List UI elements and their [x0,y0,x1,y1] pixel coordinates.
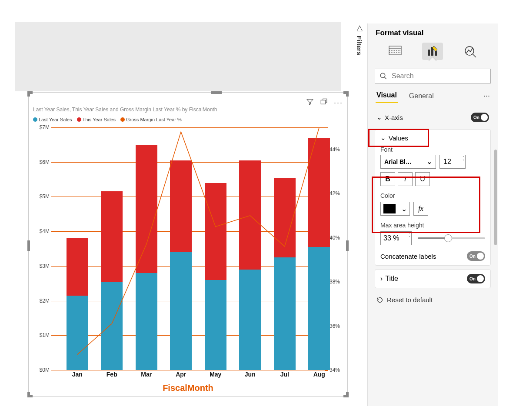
svg-rect-7 [435,51,437,56]
tab-general[interactable]: General [408,90,435,103]
filter-icon[interactable] [306,98,314,108]
svg-rect-5 [428,50,430,56]
chevron-down-icon: ⌄ [380,134,386,142]
color-picker[interactable]: ⌄ [380,202,410,216]
bold-button[interactable]: B [380,172,395,186]
resize-handle[interactable] [27,91,30,97]
build-visual-tab[interactable] [385,43,406,60]
search-icon [380,72,387,80]
svg-point-10 [380,73,385,78]
resize-handle[interactable] [211,91,222,94]
format-visual-tab[interactable] [422,43,443,60]
chevron-down-icon: ⌄ [401,205,407,213]
more-options-icon[interactable]: ··· [483,91,490,100]
analytics-tab[interactable] [460,43,481,60]
title-section-label: Title [385,275,398,283]
canvas-blank-area [15,22,341,91]
svg-rect-0 [321,100,326,104]
chart-legend: Last Year Sales This Year Sales Gross Ma… [33,117,185,123]
resize-handle[interactable] [27,240,30,251]
filters-label: Filters [356,36,363,55]
x-axis-title: FiscalMonth [29,383,347,393]
max-height-input[interactable]: 33 % ˄˅ [380,231,412,245]
reset-to-default[interactable]: Reset to default [368,288,498,311]
concat-toggle[interactable]: On [467,251,485,261]
chevron-right-icon[interactable]: › [380,275,383,283]
bars [51,127,328,370]
focus-mode-icon[interactable] [320,98,328,108]
color-swatch [383,204,396,213]
plot-area: $0M$1M$2M$3M$4M$5M$6M$7M 34%36%38%40%42%… [33,127,346,370]
xaxis-section-header[interactable]: ⌄ X-axis On [375,109,491,126]
y-axis-left: $0M$1M$2M$3M$4M$5M$6M$7M [33,127,50,370]
search-field[interactable] [391,72,486,80]
max-height-label: Max area height [380,222,485,229]
x-axis-labels: JanFebMarAprMayJunJulAug [33,371,346,380]
resize-handle[interactable] [346,240,349,251]
search-input[interactable] [375,69,491,83]
tab-visual[interactable]: Visual [376,89,398,103]
xaxis-label: X-axis [385,114,403,121]
panel-scrollbar[interactable] [494,150,497,245]
font-size-input[interactable]: 12 ˄˅ [439,155,466,169]
fx-button[interactable]: fx [413,202,428,216]
italic-button[interactable]: I [398,172,413,186]
pct-spinner[interactable]: ˄˅ [409,233,410,240]
filters-pane-collapsed[interactable]: ▷ Filters [353,23,365,76]
values-header[interactable]: ⌄ Values [380,134,485,142]
font-label: Font [380,146,485,153]
svg-line-9 [473,54,476,57]
reset-icon [376,297,383,303]
underline-button[interactable]: U [415,172,430,186]
y-axis-right: 34%36%38%40%42%44% [328,127,346,370]
expand-icon: ▷ [354,25,364,31]
chevron-down-icon: ⌄ [376,113,382,121]
color-label: Color [380,192,485,199]
max-height-slider[interactable] [418,237,485,239]
size-spinner[interactable]: ˄˅ [463,156,464,163]
xaxis-toggle[interactable]: On [471,113,489,122]
title-toggle[interactable]: On [467,274,485,283]
format-visual-panel: Format visual Visual General ··· ⌄ X-axi… [367,23,498,406]
panel-title: Format visual [368,23,498,41]
font-family-select[interactable]: Arial Bl… ⌄ [380,155,436,169]
values-card: ⌄ Values Font Arial Bl… ⌄ 12 ˄˅ B I U Co… [375,129,491,266]
title-card: › Title On [375,269,491,288]
chart-title: Last Year Sales, This Year Sales and Gro… [33,107,217,113]
chart-visual[interactable]: Last Year Sales, This Year Sales and Gro… [28,92,348,397]
svg-line-11 [384,77,386,79]
more-options-icon[interactable]: ··· [334,98,343,107]
chevron-down-icon: ⌄ [427,158,432,165]
resize-handle[interactable] [346,91,349,97]
concat-label: Concatenate labels [380,253,436,260]
